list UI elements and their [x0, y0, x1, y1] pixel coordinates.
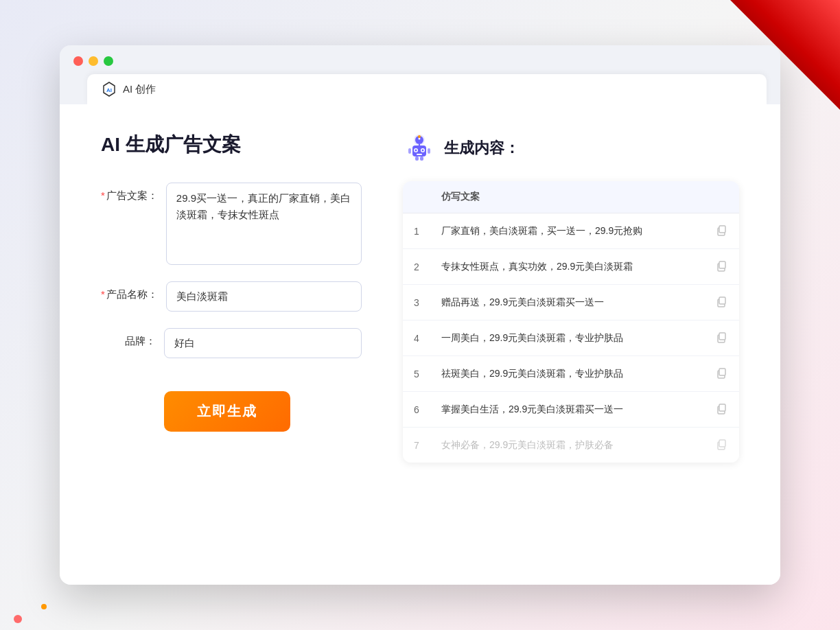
product-name-label: *产品名称： [101, 281, 158, 301]
table-row: 7女神必备，29.9元美白淡斑霜，护肤必备 [403, 428, 739, 463]
copy-icon[interactable] [714, 259, 728, 272]
copy-cell [703, 249, 739, 285]
page-title: AI 生成广告文案 [101, 132, 362, 158]
maximize-button[interactable] [104, 56, 113, 66]
svg-point-16 [418, 135, 421, 138]
row-number: 2 [403, 249, 430, 285]
svg-point-7 [415, 150, 417, 152]
ad-copy-label: *广告文案： [101, 183, 158, 202]
corner-decoration-bottom-left [0, 575, 82, 630]
row-number: 6 [403, 392, 430, 428]
copy-cell [703, 213, 739, 249]
copy-cell [703, 392, 739, 428]
copy-cell [703, 356, 739, 392]
svg-rect-18 [719, 226, 725, 233]
browser-tab[interactable]: AI AI 创作 [87, 74, 767, 104]
table-row: 2专抹女性斑点，真实功效，29.9元美白淡斑霜 [403, 249, 739, 285]
generate-button[interactable]: 立即生成 [164, 391, 290, 432]
copy-icon[interactable] [714, 401, 728, 415]
results-table: 仿写文案 1厂家直销，美白淡斑霜，买一送一，29.9元抢购 2专抹女性斑点，真实… [403, 181, 739, 463]
ad-copy-textarea[interactable]: 29.9买一送一，真正的厂家直销，美白淡斑霜，专抹女性斑点 [166, 183, 362, 265]
row-number: 5 [403, 356, 430, 392]
product-name-group: *产品名称： [101, 281, 362, 312]
row-number: 1 [403, 213, 430, 249]
robot-icon [403, 132, 436, 165]
col-text-header: 仿写文案 [430, 181, 703, 213]
result-header: 生成内容： [403, 132, 739, 165]
svg-rect-9 [417, 154, 422, 155]
row-number: 4 [403, 320, 430, 356]
copy-icon[interactable] [714, 294, 728, 308]
copy-icon[interactable] [714, 437, 728, 451]
copy-cell [703, 285, 739, 320]
required-star-2: * [101, 288, 105, 300]
brand-input[interactable] [164, 328, 362, 358]
copy-icon[interactable] [714, 330, 728, 344]
right-panel: 生成内容： 仿写文案 1厂家直销，美白淡斑霜，买一送一，29.9元抢购 2专抹女… [403, 132, 739, 557]
row-text: 女神必备，29.9元美白淡斑霜，护肤必备 [430, 428, 703, 463]
result-title: 生成内容： [444, 138, 520, 159]
svg-rect-13 [428, 148, 430, 154]
brand-label: 品牌： [101, 328, 156, 348]
svg-rect-26 [719, 369, 725, 375]
required-star-1: * [101, 189, 105, 201]
row-number: 3 [403, 285, 430, 320]
copy-cell [703, 320, 739, 356]
row-text: 厂家直销，美白淡斑霜，买一送一，29.9元抢购 [430, 213, 703, 249]
svg-rect-22 [719, 297, 725, 304]
ai-tab-icon: AI [101, 81, 117, 97]
copy-icon[interactable] [714, 366, 728, 380]
close-button[interactable] [73, 56, 83, 66]
row-text: 掌握美白生活，29.9元美白淡斑霜买一送一 [430, 392, 703, 428]
svg-rect-14 [415, 156, 419, 161]
table-row: 4一周美白，29.9元美白淡斑霜，专业护肤品 [403, 320, 739, 356]
product-name-input[interactable] [166, 281, 362, 312]
row-number: 7 [403, 428, 430, 463]
svg-point-8 [422, 150, 424, 152]
tab-title: AI 创作 [123, 83, 156, 96]
brand-group: 品牌： [101, 328, 362, 358]
row-text: 一周美白，29.9元美白淡斑霜，专业护肤品 [430, 320, 703, 356]
svg-rect-28 [719, 404, 725, 411]
browser-content: AI 生成广告文案 *广告文案： 29.9买一送一，真正的厂家直销，美白淡斑霜，… [60, 104, 780, 585]
table-row: 3赠品再送，29.9元美白淡斑霜买一送一 [403, 285, 739, 320]
svg-text:AI: AI [106, 87, 112, 93]
ad-copy-group: *广告文案： 29.9买一送一，真正的厂家直销，美白淡斑霜，专抹女性斑点 [101, 183, 362, 265]
browser-chrome: AI AI 创作 [60, 45, 780, 104]
table-row: 1厂家直销，美白淡斑霜，买一送一，29.9元抢购 [403, 213, 739, 249]
browser-window: AI AI 创作 AI 生成广告文案 *广告文案： 29.9买一送一，真正的厂家… [60, 45, 780, 585]
row-text: 专抹女性斑点，真实功效，29.9元美白淡斑霜 [430, 249, 703, 285]
row-text: 祛斑美白，29.9元美白淡斑霜，专业护肤品 [430, 356, 703, 392]
table-row: 5祛斑美白，29.9元美白淡斑霜，专业护肤品 [403, 356, 739, 392]
left-panel: AI 生成广告文案 *广告文案： 29.9买一送一，真正的厂家直销，美白淡斑霜，… [101, 132, 362, 557]
svg-rect-20 [719, 261, 725, 268]
copy-cell [703, 428, 739, 463]
minimize-button[interactable] [89, 56, 98, 66]
row-text: 赠品再送，29.9元美白淡斑霜买一送一 [430, 285, 703, 320]
col-num-header [403, 181, 430, 213]
col-copy-header [703, 181, 739, 213]
copy-icon[interactable] [714, 223, 728, 237]
svg-rect-30 [719, 440, 725, 447]
svg-rect-12 [408, 148, 411, 154]
svg-rect-24 [719, 333, 725, 340]
browser-controls [73, 56, 767, 66]
svg-rect-15 [420, 156, 423, 161]
table-row: 6掌握美白生活，29.9元美白淡斑霜买一送一 [403, 392, 739, 428]
